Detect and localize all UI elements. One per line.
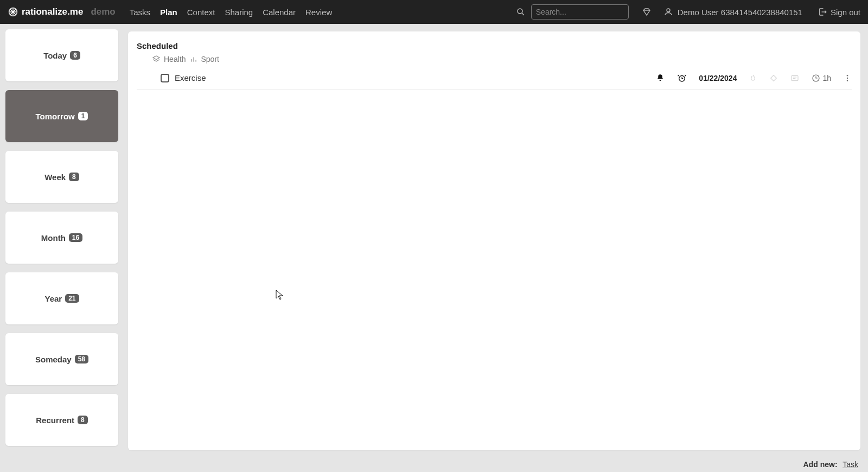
sidebar-item-label: Someday <box>35 355 72 364</box>
sidebar-item-label: Today <box>43 51 67 60</box>
diamond-small-icon[interactable] <box>769 74 778 82</box>
nav-context[interactable]: Context <box>187 8 215 17</box>
sidebar-item-count: 16 <box>69 233 82 242</box>
nav-plan[interactable]: Plan <box>160 8 177 17</box>
section-title: Scheduled <box>137 41 852 50</box>
nav-calendar[interactable]: Calendar <box>263 8 296 17</box>
diamond-icon[interactable] <box>642 7 652 17</box>
sidebar-item-count: 6 <box>70 51 80 60</box>
nav-review[interactable]: Review <box>305 8 332 17</box>
bell-icon[interactable] <box>655 73 665 83</box>
signout-label: Sign out <box>831 8 860 17</box>
bar-chart-icon <box>190 55 197 63</box>
svg-point-1 <box>518 9 522 14</box>
sidebar-item-label: Year <box>44 294 62 303</box>
nav-sharing[interactable]: Sharing <box>225 8 253 17</box>
topbar: rationalize.me demo Tasks Plan Context S… <box>0 0 868 24</box>
layers-icon <box>152 55 161 63</box>
alarm-clock-icon[interactable] <box>677 73 687 83</box>
sidebar: Today 6 Tomorrow 1 Week 8 Month 16 Year … <box>0 24 124 472</box>
sidebar-item-count: 58 <box>75 355 88 363</box>
sidebar-item-label: Tomorrow <box>36 112 75 121</box>
search-icon[interactable] <box>516 7 526 17</box>
user-icon <box>663 7 673 17</box>
add-new-bar: Add new: Task <box>803 460 858 469</box>
sidebar-item-label: Month <box>41 233 66 243</box>
svg-point-2 <box>667 9 670 12</box>
task-date: 01/22/2024 <box>699 74 737 82</box>
main-nav: Tasks Plan Context Sharing Calendar Revi… <box>130 8 333 17</box>
sidebar-item-someday[interactable]: Someday 58 <box>5 333 118 385</box>
sidebar-item-count: 21 <box>65 294 79 303</box>
task-breadcrumb: Health Sport <box>152 55 852 63</box>
breadcrumb-label: Sport <box>201 55 219 63</box>
sidebar-item-today[interactable]: Today 6 <box>5 29 118 81</box>
sidebar-item-count: 1 <box>78 112 88 120</box>
sidebar-item-count: 8 <box>69 173 79 181</box>
logo[interactable]: rationalize.me <box>8 7 85 17</box>
breadcrumb-sport[interactable]: Sport <box>190 55 219 63</box>
task-duration[interactable]: 1h <box>812 74 831 82</box>
signout-button[interactable]: Sign out <box>818 7 860 17</box>
svg-point-6 <box>847 75 848 76</box>
sidebar-item-month[interactable]: Month 16 <box>5 212 118 264</box>
demo-tag: demo <box>91 7 115 17</box>
task-checkbox[interactable] <box>161 74 169 82</box>
breadcrumb-label: Health <box>164 55 186 63</box>
task-row[interactable]: Exercise 01/22/2024 <box>137 67 852 90</box>
sidebar-item-week[interactable]: Week 8 <box>5 151 118 203</box>
breadcrumb-health[interactable]: Health <box>152 55 186 63</box>
brand-text: rationalize.me <box>22 7 83 17</box>
svg-point-8 <box>847 80 848 81</box>
user-name: Demo User 638414540238840151 <box>678 8 802 17</box>
sidebar-item-count: 8 <box>78 416 88 424</box>
signout-icon <box>818 7 827 17</box>
nav-tasks[interactable]: Tasks <box>130 8 150 17</box>
add-new-task-link[interactable]: Task <box>843 460 858 469</box>
sidebar-item-label: Week <box>44 173 66 182</box>
search-input[interactable] <box>531 4 629 20</box>
flame-icon[interactable] <box>749 74 757 82</box>
more-menu-icon[interactable] <box>843 73 852 83</box>
brain-icon <box>8 7 18 17</box>
svg-point-7 <box>847 77 848 78</box>
main-panel: Scheduled Health Sport Exercise <box>128 31 860 450</box>
sidebar-item-label: Recurrent <box>36 416 74 425</box>
user-label[interactable]: Demo User 638414540238840151 <box>663 7 802 17</box>
sidebar-item-year[interactable]: Year 21 <box>5 272 118 324</box>
clock-icon <box>812 74 820 82</box>
svg-rect-4 <box>792 75 798 80</box>
sidebar-item-recurrent[interactable]: Recurrent 8 <box>5 394 118 446</box>
add-new-label: Add new: <box>803 460 838 469</box>
main-panel-wrap: Scheduled Health Sport Exercise <box>124 24 868 472</box>
duration-value: 1h <box>822 74 831 82</box>
note-icon[interactable] <box>790 74 800 82</box>
sidebar-item-tomorrow[interactable]: Tomorrow 1 <box>5 90 118 142</box>
task-title: Exercise <box>175 73 206 82</box>
